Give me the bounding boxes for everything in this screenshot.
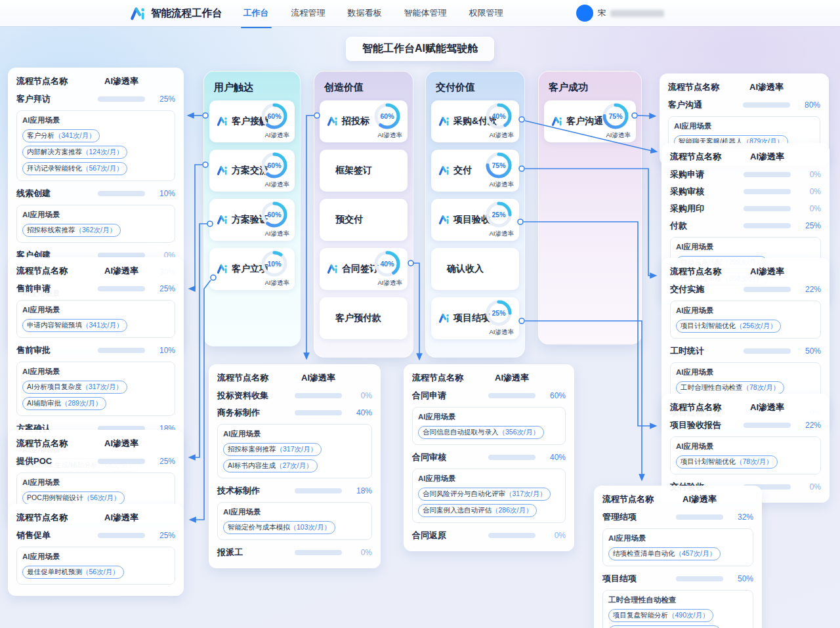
process-card[interactable]: 框架签订 [320, 150, 408, 192]
process-card-name: 预交付 [335, 214, 363, 226]
donut-label: AI渗透率 [378, 279, 402, 287]
ai-scene-label: AI应用场景 [608, 534, 747, 543]
ai-scene-box: AI应用场景招投标案例推荐（317次/月）AI标书内容生成（27次/月） [217, 424, 372, 478]
ai-scene-chip[interactable]: 项目计划智能优化（78次/月） [676, 455, 778, 469]
progress-bar [98, 459, 145, 464]
ai-scene-label: AI应用场景 [674, 121, 814, 131]
ai-scene-chip[interactable]: 最佳促单时机预测（56次/月） [22, 566, 124, 579]
ai-scene-chip[interactable]: 拜访记录智能转化（567次/月） [22, 162, 127, 175]
process-node-row: 合同返原0% [412, 530, 566, 541]
ai-scene-box: AI应用场景AI分析项目复杂度（317次/月）AI辅助审批（289次/月） [16, 362, 175, 416]
chip-count: （78次/月） [736, 457, 773, 465]
process-card[interactable]: 交付 75%AI渗透率 [431, 150, 519, 192]
process-node-name: 线索创建 [16, 188, 94, 199]
process-card[interactable]: 客户立项 10%AI渗透率 [209, 248, 295, 290]
user-account[interactable]: 宋 [576, 5, 665, 22]
brand: 智能流程工作台 [130, 6, 222, 21]
ai-scene-box: AI应用场景合同信息自动提取与录入（356次/月） [412, 407, 566, 445]
ai-scene-chip[interactable]: POC用例智能设计（56次/月） [22, 492, 125, 505]
ai-logo-icon [217, 215, 228, 226]
ai-scene-chip[interactable]: 招投标线索推荐（362次/月） [22, 224, 121, 237]
ai-scene-chip[interactable]: 合同信息自动提取与录入（356次/月） [418, 426, 544, 439]
ai-scene-label: AI应用场景 [22, 367, 169, 377]
ai-scene-chips: 客户分析（341次/月）内部解决方案推荐（124次/月）拜访记录智能转化（567… [22, 129, 169, 175]
process-card[interactable]: 合同签订 40%AI渗透率 [320, 248, 408, 290]
ai-scene-chip[interactable]: 项目计划智能优化（256次/月） [676, 320, 781, 333]
stage-title: 客户成功 [549, 81, 636, 94]
tab-data-dashboard[interactable]: 数据看板 [346, 5, 383, 22]
process-card[interactable]: 招投标 60%AI渗透率 [320, 100, 408, 142]
process-card-name: 交付 [453, 165, 472, 177]
process-card[interactable]: 项目验收 25%AI渗透率 [431, 199, 519, 241]
process-card[interactable]: 方案验证 60%AI渗透率 [209, 199, 295, 241]
svg-text:75%: 75% [608, 112, 623, 120]
ai-scene-box: AI应用场景项目计划智能优化（78次/月） [670, 436, 821, 474]
chip-count: （103次/月） [290, 523, 331, 531]
ai-logo-icon [130, 6, 146, 21]
percent-value: 50% [795, 346, 821, 356]
node-name-column-header: 流程节点名称 [217, 372, 291, 384]
tab-agent-management[interactable]: 智能体管理 [403, 5, 448, 22]
process-node-name: 项目结项 [602, 573, 672, 585]
progress-bar [98, 286, 145, 291]
process-card[interactable]: 预交付 [320, 199, 408, 241]
process-card-name: 框架签订 [335, 165, 372, 177]
process-card[interactable]: 采购&付款 40%AI渗透率 [431, 100, 519, 142]
ai-scene-chip[interactable]: 项目复盘智能分析（490次/月） [608, 609, 713, 622]
svg-text:40%: 40% [380, 260, 394, 268]
process-card[interactable]: 客户接触 60%AI渗透率 [209, 100, 295, 142]
tab-permission-management[interactable]: 权限管理 [468, 5, 505, 22]
process-card[interactable]: 客户预付款 [320, 297, 408, 339]
panel-header: 流程节点名称AI渗透率 [602, 493, 753, 505]
ai-logo-icon [327, 264, 339, 275]
ai-scene-chip[interactable]: AI标书内容生成（27次/月） [223, 459, 318, 472]
node-name-column-header: 流程节点名称 [670, 151, 740, 163]
ai-scene-chip[interactable]: 申请内容智能预填（341次/月） [22, 319, 127, 332]
ai-scene-label: AI应用场景 [418, 412, 560, 422]
ai-scene-box: 工时合理性自动检查项目复盘智能分析（490次/月）知识自动提炼与归档（490次/… [602, 590, 753, 628]
chip-label: 项目计划智能优化 [681, 322, 736, 329]
progress-bar [98, 533, 145, 538]
ai-scene-chips: 合同信息自动提取与录入（356次/月） [418, 426, 560, 439]
panel-header: 流程节点名称AI渗透率 [670, 402, 821, 413]
process-card[interactable]: 项目结项 25%AI渗透率 [431, 297, 519, 339]
process-card[interactable]: 方案交流 60%AI渗透率 [209, 150, 295, 192]
ai-logo-icon [438, 116, 450, 127]
ai-scene-chip[interactable]: 工时合理性自动检查（78次/月） [676, 381, 784, 394]
percent-value: 80% [794, 100, 820, 110]
ai-scene-chip[interactable]: 招投标案例推荐（317次/月） [223, 443, 322, 456]
progress-bar [295, 488, 342, 493]
ai-scene-chip[interactable]: 智能定价与成本模拟（103次/月） [223, 521, 335, 534]
progress-bar [488, 533, 536, 538]
ai-penetration-column-header: AI渗透率 [98, 438, 145, 450]
ai-scene-chip[interactable]: 客户分析（341次/月） [22, 129, 100, 142]
page-title: 智能工作台AI赋能驾驶舱 [346, 37, 494, 61]
tab-process-management[interactable]: 流程管理 [290, 5, 327, 22]
ai-scene-chip[interactable]: 合同风险评分与自动化评审（317次/月） [418, 488, 551, 501]
chip-label: 内部解决方案推荐 [27, 148, 82, 156]
process-node-row: 售前申请25% [16, 283, 175, 295]
ai-scene-chip[interactable]: 结项检查清单自动化（457次/月） [608, 547, 721, 560]
process-node-row: 采购申请0% [670, 169, 821, 180]
process-node-name: 售前审批 [16, 345, 94, 356]
percent-value: 0% [346, 391, 372, 400]
tab-workbench[interactable]: 工作台 [242, 5, 270, 22]
ai-scene-chip[interactable]: 知识自动提炼与归档（490次/月） [608, 625, 721, 628]
chip-count: （256次/月） [736, 322, 776, 329]
process-node-name: 管理结项 [602, 511, 672, 523]
ai-scene-label: AI应用场景 [418, 474, 560, 484]
svg-text:60%: 60% [380, 112, 394, 120]
chip-count: （124次/月） [82, 148, 123, 156]
chip-label: AI标书内容生成 [228, 461, 276, 469]
progress-bar [744, 172, 791, 177]
ai-scene-chip[interactable]: 内部解决方案推荐（124次/月） [22, 146, 127, 159]
avatar[interactable] [576, 5, 593, 22]
ai-scene-chip[interactable]: 合同案例入选自动评估（286次/月） [418, 504, 537, 517]
ai-scene-chip[interactable]: AI辅助审批（289次/月） [22, 397, 106, 410]
ai-scene-chip[interactable]: AI分析项目复杂度（317次/月） [22, 381, 127, 394]
process-card-name: 招投标 [342, 115, 369, 127]
process-node-row: 项目验收报告22% [670, 419, 821, 431]
process-card[interactable]: 客户沟通 75%AI渗透率 [544, 100, 636, 142]
ai-scene-box: AI应用场景智能定价与成本模拟（103次/月） [217, 502, 372, 540]
process-card[interactable]: 确认收入 [431, 248, 519, 290]
